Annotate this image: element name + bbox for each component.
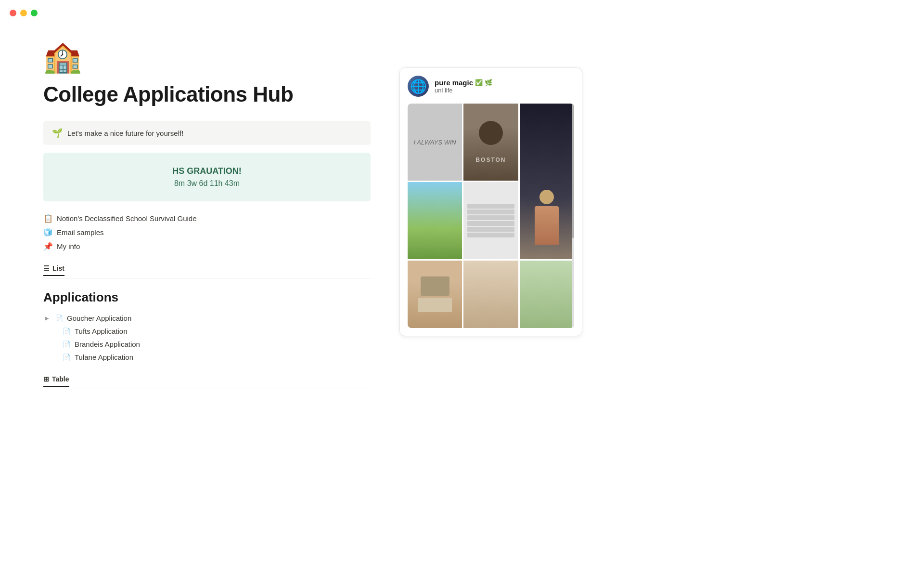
image-cell-1: I ALWAYS WIN xyxy=(408,104,462,181)
profile-name-text: pure magic xyxy=(435,79,473,87)
avatar: 🌐 xyxy=(408,76,429,97)
app-item-label: Tufts Application xyxy=(75,327,128,335)
list-item[interactable]: 📄 Brandeis Application xyxy=(43,339,371,350)
minimize-button[interactable] xyxy=(20,10,27,16)
list-item[interactable]: 📄 Tulane Application xyxy=(43,352,371,363)
image-cell-6 xyxy=(408,261,462,328)
tab-divider-2 xyxy=(43,389,371,389)
profile-name: pure magic ✅ 🌿 xyxy=(435,79,492,87)
table-tab-icon: ⊞ xyxy=(43,375,49,383)
my-info-icon: 📌 xyxy=(43,242,53,251)
image-text-always-win: I ALWAYS WIN xyxy=(409,134,461,151)
scroll-indicator xyxy=(572,104,574,259)
right-panel: 🌐 pure magic ✅ 🌿 uni life I ALWAYS WIN xyxy=(399,67,582,389)
list-tab-label: List xyxy=(52,264,64,272)
email-samples-icon: 🧊 xyxy=(43,228,53,237)
callout-box: 🌱 Let's make a nice future for yourself! xyxy=(43,121,371,145)
list-item[interactable]: 📄 Tufts Application xyxy=(43,326,371,337)
main-container: 🏫 College Applications Hub 🌱 Let's make … xyxy=(0,0,924,389)
close-button[interactable] xyxy=(10,10,16,16)
maximize-button[interactable] xyxy=(31,10,38,16)
image-grid: I ALWAYS WIN BOSTON xyxy=(408,104,574,328)
page-title: College Applications Hub xyxy=(43,82,371,106)
tab-bar: ☰ List xyxy=(43,262,371,276)
tab-list[interactable]: ☰ List xyxy=(43,262,64,276)
doc-icon: 📄 xyxy=(63,341,71,348)
list-tab-icon: ☰ xyxy=(43,264,50,272)
tab-bar-2: ⊞ Table xyxy=(43,372,371,387)
callout-icon: 🌱 xyxy=(52,128,63,138)
doc-icon: 📄 xyxy=(63,354,71,361)
list-item[interactable]: ▶ 📄 Goucher Application xyxy=(43,313,371,324)
app-item-label: Goucher Application xyxy=(67,314,131,322)
left-content: 🏫 College Applications Hub 🌱 Let's make … xyxy=(43,39,371,389)
callout-text: Let's make a nice future for yourself! xyxy=(67,129,183,137)
image-cell-4 xyxy=(408,182,462,259)
app-item-label: Brandeis Application xyxy=(75,340,140,348)
image-cell-7 xyxy=(463,261,518,328)
doc-icon: 📄 xyxy=(63,328,71,335)
scroll-thumb xyxy=(572,104,574,238)
social-header: 🌐 pure magic ✅ 🌿 uni life xyxy=(408,76,574,97)
profile-subtitle: uni life xyxy=(435,87,492,94)
image-cell-5 xyxy=(463,182,518,259)
link-item-email-samples[interactable]: 🧊 Email samples xyxy=(43,227,371,238)
countdown-box: HS GRAUATION! 8m 3w 6d 11h 43m xyxy=(43,153,371,201)
page-icon: 🏫 xyxy=(43,39,371,75)
image-cell-8 xyxy=(520,261,574,328)
my-info-label: My info xyxy=(57,242,80,250)
profile-info: pure magic ✅ 🌿 uni life xyxy=(435,79,492,94)
expand-arrow-icon: ▶ xyxy=(43,315,51,321)
tab-table[interactable]: ⊞ Table xyxy=(43,372,69,387)
image-cell-3 xyxy=(520,104,574,259)
link-item-survival-guide[interactable]: 📋 Notion's Declassified School Survival … xyxy=(43,213,371,224)
survival-guide-icon: 📋 xyxy=(43,214,53,223)
countdown-title: HS GRAUATION! xyxy=(52,166,362,176)
social-card: 🌐 pure magic ✅ 🌿 uni life I ALWAYS WIN xyxy=(399,67,582,336)
survival-guide-label: Notion's Declassified School Survival Gu… xyxy=(57,214,197,223)
doc-icon: 📄 xyxy=(55,315,63,322)
avatar-globe-icon: 🌐 xyxy=(410,79,427,94)
applications-list: ▶ 📄 Goucher Application 📄 Tufts Applicat… xyxy=(43,313,371,363)
countdown-time: 8m 3w 6d 11h 43m xyxy=(52,179,362,188)
email-samples-label: Email samples xyxy=(57,228,104,236)
profile-badge-icons: ✅ 🌿 xyxy=(475,79,492,86)
tab-divider xyxy=(43,278,371,278)
applications-section-title: Applications xyxy=(43,290,371,305)
link-item-my-info[interactable]: 📌 My info xyxy=(43,241,371,252)
image-cell-2: BOSTON xyxy=(463,104,518,181)
app-item-label: Tulane Application xyxy=(75,353,133,361)
links-list: 📋 Notion's Declassified School Survival … xyxy=(43,213,371,252)
table-tab-label: Table xyxy=(52,375,69,383)
window-controls xyxy=(10,10,38,16)
